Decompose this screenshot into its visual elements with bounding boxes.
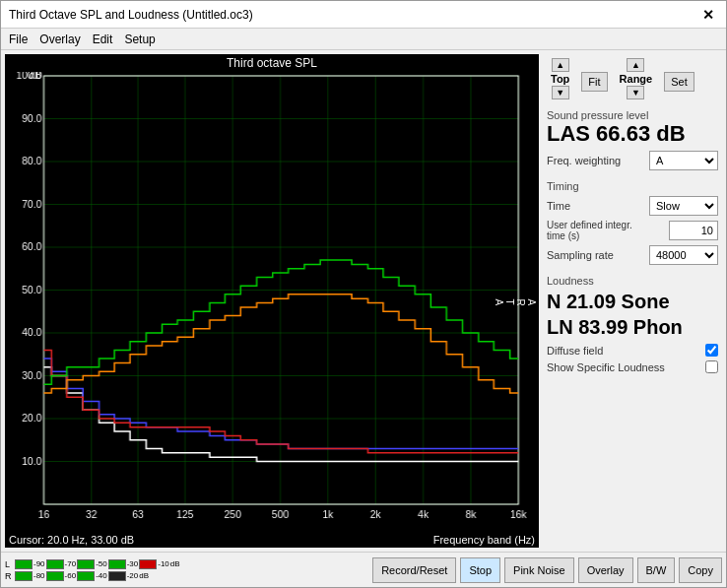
fit-control-group: Fit <box>581 72 607 92</box>
spl-section-label: Sound pressure level <box>547 109 718 121</box>
window-title: Third Octave SPL and Loudness (Untitled.… <box>9 8 253 22</box>
chart-canvas <box>5 72 539 532</box>
close-button[interactable]: ✕ <box>698 7 718 23</box>
show-specific-checkbox[interactable] <box>705 360 718 373</box>
freq-band-label: Frequency band (Hz) <box>433 534 535 546</box>
r-seg-4 <box>108 571 126 581</box>
user-defined-label: User defined integr. time (s) <box>547 220 645 241</box>
chart-area: Third octave SPL ARTA Cursor: 20.0 Hz, 3… <box>5 54 539 548</box>
set-button[interactable]: Set <box>664 72 694 92</box>
r-channel-label: R <box>5 571 13 581</box>
diffuse-field-checkbox[interactable] <box>705 344 718 357</box>
diffuse-field-label: Diffuse field <box>547 345 603 357</box>
menu-setup[interactable]: Setup <box>124 33 155 46</box>
freq-weighting-select[interactable]: A C Z <box>649 151 718 170</box>
show-specific-row: Show Specific Loudness <box>547 360 718 373</box>
freq-weighting-row: Freq. weighting A C Z <box>547 151 718 170</box>
l-channel-label: L <box>5 559 13 569</box>
spl-value: LAS 66.63 dB <box>547 121 718 147</box>
sampling-rate-label: Sampling rate <box>547 249 614 261</box>
record-reset-button[interactable]: Record/Reset <box>372 557 456 583</box>
menu-bar: File Overlay Edit Setup <box>1 29 726 50</box>
range-label: Range <box>616 72 657 86</box>
r-seg-1 <box>15 571 33 581</box>
n-value: N 21.09 Sone <box>547 289 718 314</box>
freq-weighting-label: Freq. weighting <box>547 155 621 166</box>
r-seg-3 <box>77 571 95 581</box>
menu-overlay[interactable]: Overlay <box>39 33 80 46</box>
timing-label: Timing <box>547 180 718 192</box>
user-defined-input[interactable] <box>669 221 718 240</box>
range-control-group: ▲ Range ▼ <box>616 58 657 99</box>
range-down-button[interactable]: ▼ <box>627 86 644 99</box>
timing-section: Timing Time Slow Fast User defined integ… <box>547 180 718 265</box>
title-bar: Third Octave SPL and Loudness (Untitled.… <box>1 1 726 29</box>
time-row: Time Slow Fast <box>547 196 718 216</box>
copy-button[interactable]: Copy <box>679 557 722 583</box>
stop-button[interactable]: Stop <box>460 557 500 583</box>
chart-footer: Cursor: 20.0 Hz, 33.00 dB Frequency band… <box>5 532 539 548</box>
l-seg-5 <box>139 559 157 569</box>
chart-container: ARTA <box>5 72 539 532</box>
l-seg-2 <box>46 559 64 569</box>
arta-label: ARTA <box>494 298 537 305</box>
set-control-group: Set <box>664 72 694 92</box>
spl-section: Sound pressure level LAS 66.63 dB Freq. … <box>547 109 718 170</box>
top-up-button[interactable]: ▲ <box>552 58 569 72</box>
l-seg-1 <box>15 559 33 569</box>
r-seg-2 <box>46 571 64 581</box>
time-label: Time <box>547 200 570 212</box>
menu-file[interactable]: File <box>9 33 28 46</box>
time-select[interactable]: Slow Fast <box>649 196 718 216</box>
l-meter: -90 -70 -50 -30 -10 dB <box>15 559 180 569</box>
bottom-bar: L -90 -70 -50 -30 -10 dB R <box>1 552 726 587</box>
menu-edit[interactable]: Edit <box>93 33 113 46</box>
chart-title: Third octave SPL <box>5 54 539 72</box>
main-window: Third Octave SPL and Loudness (Untitled.… <box>0 0 727 588</box>
main-content: Third octave SPL ARTA Cursor: 20.0 Hz, 3… <box>1 50 726 552</box>
r-meter: -80 -60 -40 -20 dB <box>15 571 149 581</box>
top-down-button[interactable]: ▼ <box>552 86 569 99</box>
bw-button[interactable]: B/W <box>637 557 676 583</box>
diffuse-field-row: Diffuse field <box>547 344 718 357</box>
l-seg-3 <box>77 559 95 569</box>
loudness-section: Loudness N 21.09 Sone LN 83.99 Phon Diff… <box>547 275 718 373</box>
loudness-label: Loudness <box>547 275 718 287</box>
range-up-button[interactable]: ▲ <box>627 58 644 72</box>
top-control-group: ▲ Top ▼ <box>547 58 573 99</box>
ln-value: LN 83.99 Phon <box>547 314 718 340</box>
top-label: Top <box>547 72 573 86</box>
sampling-rate-select[interactable]: 48000 44100 <box>649 245 718 265</box>
sampling-rate-row: Sampling rate 48000 44100 <box>547 245 718 265</box>
l-seg-4 <box>108 559 126 569</box>
show-specific-label: Show Specific Loudness <box>547 361 665 373</box>
user-defined-row: User defined integr. time (s) <box>547 220 718 241</box>
pink-noise-button[interactable]: Pink Noise <box>504 557 574 583</box>
sidebar: ▲ Top ▼ Fit ▲ Range ▼ Set Sound press <box>539 50 726 552</box>
fit-button[interactable]: Fit <box>581 72 607 92</box>
cursor-info: Cursor: 20.0 Hz, 33.00 dB <box>9 534 134 546</box>
overlay-button[interactable]: Overlay <box>578 557 633 583</box>
